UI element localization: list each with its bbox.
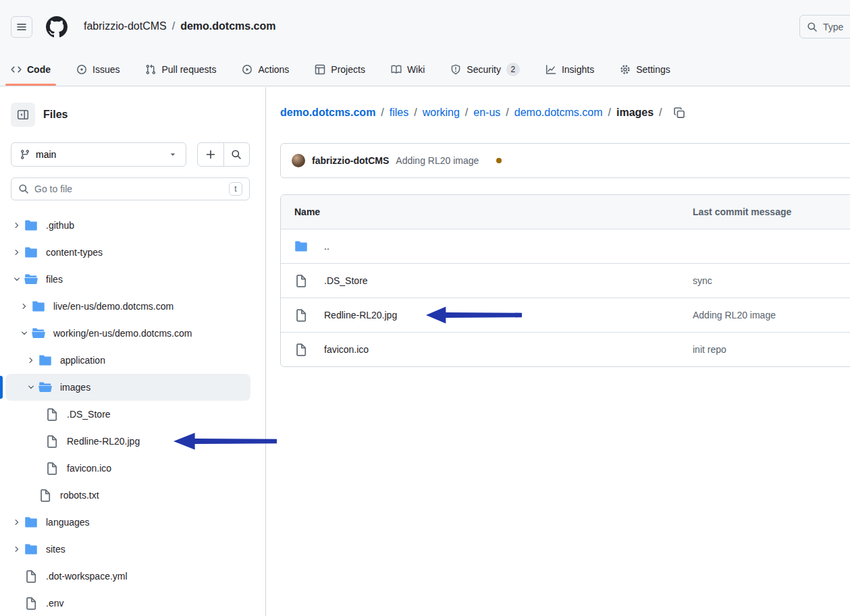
table-row-parent-dir[interactable]: ..	[281, 229, 850, 263]
breadcrumb-files[interactable]: files	[390, 107, 408, 119]
table-row-redline-rl20[interactable]: Redline-RL20.jpg Adding RL20 image	[281, 298, 850, 332]
plus-icon	[205, 149, 216, 160]
repo-owner-link[interactable]: fabrizzio-dotCMS	[84, 20, 167, 32]
breadcrumb-separator: /	[465, 107, 468, 119]
table-row-ds-store[interactable]: .DS_Store sync	[281, 263, 850, 298]
tree-item-label: languages	[46, 517, 90, 528]
tree-item-label: live/en-us/demo.dotcms.com	[53, 301, 174, 312]
file-icon	[45, 408, 59, 421]
tree-item-dot-workspace[interactable]: .dot-workspace.yml	[0, 563, 265, 590]
breadcrumb-separator: /	[659, 107, 662, 119]
tree-item-favicon[interactable]: favicon.ico	[0, 455, 265, 482]
tab-issues[interactable]: Issues	[68, 53, 128, 86]
file-icon	[45, 435, 59, 448]
file-actions-group	[197, 142, 250, 167]
file-name[interactable]: Redline-RL20.jpg	[324, 310, 397, 320]
breadcrumb-separator: /	[506, 107, 508, 119]
go-to-file-input[interactable]	[34, 184, 223, 194]
file-name[interactable]: favicon.ico	[324, 344, 369, 355]
tree-item-label: .github	[46, 220, 74, 231]
tree-item-sites[interactable]: sites	[0, 536, 265, 563]
tree-item-env[interactable]: .env	[0, 590, 265, 616]
commit-author-name[interactable]: fabrizzio-dotCMS	[312, 155, 389, 166]
tab-label: Pull requests	[161, 64, 216, 75]
tree-item-application[interactable]: application	[0, 347, 265, 374]
shortcut-key-badge: t	[229, 182, 242, 196]
projects-table-icon	[315, 64, 325, 75]
folder-icon	[38, 354, 52, 367]
search-placeholder: Type	[823, 22, 843, 32]
breadcrumb-repo-root[interactable]: demo.dotcms.com	[280, 107, 375, 119]
folder-icon	[24, 246, 38, 259]
folder-icon	[24, 219, 38, 232]
file-name[interactable]: ..	[324, 241, 329, 252]
commit-message[interactable]: Adding RL20 image	[396, 155, 479, 166]
security-shield-icon	[450, 64, 461, 75]
gear-icon	[620, 64, 631, 75]
repo-name-link[interactable]: demo.dotcms.com	[180, 20, 275, 32]
tree-item-working-en-us[interactable]: working/en-us/demo.dotcms.com	[0, 320, 265, 347]
chevron-right-icon	[9, 545, 24, 553]
tree-item-images-selected[interactable]: images	[0, 374, 265, 401]
file-icon	[294, 343, 308, 356]
tree-item-label: favicon.ico	[67, 463, 111, 474]
insights-graph-icon	[546, 64, 556, 75]
tree-item-label: .DS_Store	[67, 409, 111, 420]
tab-pull-requests[interactable]: Pull requests	[137, 53, 224, 86]
hamburger-menu-button[interactable]	[11, 16, 32, 38]
tab-projects[interactable]: Projects	[307, 53, 373, 86]
breadcrumb-separator: /	[172, 20, 175, 32]
file-name[interactable]: .DS_Store	[324, 275, 368, 286]
caret-down-icon	[168, 150, 178, 159]
tree-item-languages[interactable]: languages	[0, 509, 265, 536]
breadcrumb-working[interactable]: working	[423, 107, 460, 119]
github-logo-icon[interactable]	[46, 16, 68, 38]
tree-item-label: robots.txt	[60, 490, 99, 501]
chevron-right-icon	[9, 248, 24, 256]
files-panel-header: Files	[11, 103, 68, 127]
tree-item-label: .dot-workspace.yml	[46, 571, 128, 582]
breadcrumb-demo-dotcms[interactable]: demo.dotcms.com	[514, 107, 603, 119]
folder-icon	[32, 300, 45, 313]
search-files-button[interactable]	[224, 143, 250, 166]
tab-code[interactable]: Code	[3, 53, 59, 86]
last-commit-message[interactable]: sync	[693, 275, 850, 286]
collapse-sidebar-button[interactable]	[11, 103, 35, 127]
tree-item-content-types[interactable]: content-types	[0, 239, 265, 266]
tab-label: Security	[467, 64, 501, 75]
global-search-input[interactable]: Type	[799, 15, 850, 38]
git-branch-icon	[20, 149, 30, 160]
file-list-table: Name Last commit message .. .DS_Store sy…	[280, 194, 850, 367]
tab-label: Wiki	[407, 64, 425, 75]
last-commit-message[interactable]: Adding RL20 image	[693, 310, 850, 320]
tree-item-label: .env	[46, 598, 63, 609]
commit-author-avatar[interactable]	[292, 154, 305, 167]
tree-item-redline-rl20[interactable]: Redline-RL20.jpg	[0, 428, 265, 455]
github-repo-file-browser: fabrizzio-dotCMS / demo.dotcms.com Type …	[0, 0, 850, 616]
code-icon	[11, 64, 22, 75]
tree-item-live-en-us[interactable]: live/en-us/demo.dotcms.com	[0, 293, 265, 320]
folder-open-icon	[32, 327, 45, 340]
tree-item-label: application	[60, 355, 105, 366]
tree-item-label: Redline-RL20.jpg	[67, 436, 140, 447]
chevron-down-icon	[24, 383, 38, 391]
tree-item-ds-store[interactable]: .DS_Store	[0, 401, 265, 428]
branch-selector[interactable]: main	[11, 142, 186, 167]
table-row-favicon[interactable]: favicon.ico init repo	[281, 332, 850, 366]
tab-wiki[interactable]: Wiki	[383, 53, 433, 86]
last-commit-message[interactable]: init repo	[693, 344, 850, 355]
tree-item-robots-txt[interactable]: robots.txt	[0, 482, 265, 509]
add-file-button[interactable]	[198, 143, 224, 166]
tree-item-github[interactable]: .github	[0, 212, 265, 239]
branch-name: main	[36, 149, 163, 160]
tab-security[interactable]: Security 2	[442, 53, 528, 86]
tab-label: Insights	[562, 64, 594, 75]
tab-actions[interactable]: Actions	[234, 53, 297, 86]
commit-status-pending-icon[interactable]	[496, 158, 502, 163]
tab-insights[interactable]: Insights	[537, 53, 602, 86]
chevron-right-icon	[9, 221, 24, 229]
tab-settings[interactable]: Settings	[612, 53, 679, 86]
tree-item-files[interactable]: files	[0, 266, 265, 293]
copy-path-icon[interactable]	[673, 107, 685, 119]
breadcrumb-en-us[interactable]: en-us	[473, 107, 500, 119]
